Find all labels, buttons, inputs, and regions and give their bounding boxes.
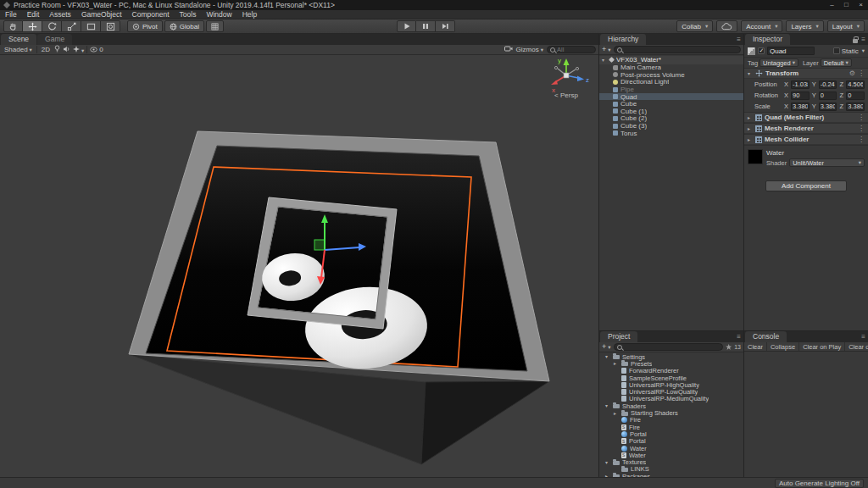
rect-tool-button[interactable] (81, 20, 101, 32)
menu-edit[interactable]: Edit (22, 10, 45, 19)
console-log-area[interactable] (744, 352, 868, 477)
tab-inspector[interactable]: Inspector (745, 34, 790, 45)
hand-tool-button[interactable] (3, 20, 23, 32)
layers-dropdown[interactable]: Layers (786, 20, 823, 32)
mesh-renderer-header[interactable]: ▸ Mesh Renderer ⋮ (744, 123, 868, 134)
component-menu-icon[interactable]: ⋮ (858, 69, 865, 77)
position-y-field[interactable] (819, 80, 837, 89)
pause-button[interactable] (416, 20, 436, 32)
menu-assets[interactable]: Assets (44, 10, 76, 19)
box-outer-wall-right[interactable] (421, 381, 549, 464)
tab-hierarchy[interactable]: Hierarchy (600, 34, 646, 45)
hierarchy-item-cube-2[interactable]: Cube (2) (599, 115, 743, 123)
transform-component-header[interactable]: ▾ Transform ⚙⋮ (744, 68, 868, 79)
scene-search-input[interactable] (557, 46, 593, 53)
effects-dropdown[interactable] (73, 46, 84, 54)
tag-dropdown[interactable]: Untagged (760, 58, 798, 67)
2d-toggle[interactable]: 2D (40, 46, 52, 53)
preset-icon[interactable]: ⚙ (849, 69, 855, 77)
lighting-toggle[interactable] (54, 45, 60, 54)
active-checkbox[interactable] (758, 47, 765, 54)
menu-component[interactable]: Component (127, 10, 175, 19)
panel-menu-icon[interactable]: ≡ (861, 36, 865, 43)
play-button[interactable] (397, 20, 416, 32)
create-asset-button[interactable]: + (602, 342, 611, 352)
scene-search[interactable] (547, 46, 596, 53)
panel-menu-icon[interactable]: ≡ (737, 36, 741, 43)
collab-button[interactable]: Collab (676, 20, 713, 32)
menu-gameobject[interactable]: GameObject (76, 10, 127, 19)
menu-help[interactable]: Help (237, 10, 262, 19)
create-object-button[interactable]: + (602, 45, 611, 54)
project-folder-textures[interactable]: ▾Textures (599, 458, 743, 465)
clear-button[interactable]: Clear (744, 342, 767, 352)
rotation-y-field[interactable] (819, 92, 837, 100)
tab-project[interactable]: Project (600, 331, 637, 342)
project-material-fire[interactable]: Fire (599, 417, 743, 424)
hierarchy-item-post-process-volume[interactable]: Post-process Volume (599, 71, 743, 79)
project-material-portal[interactable]: Portal (599, 430, 743, 437)
hierarchy-item-cube[interactable]: Cube (599, 100, 743, 108)
panel-menu-icon[interactable]: ≡ (737, 333, 741, 341)
project-asset-urp-medium[interactable]: UniversalRP-MediumQuality (599, 396, 743, 402)
project-material-water[interactable]: Water (599, 445, 743, 452)
menu-tools[interactable]: Tools (175, 10, 202, 19)
hierarchy-item-directional-light[interactable]: Directional Light (599, 79, 743, 86)
audio-toggle[interactable] (63, 46, 70, 54)
project-shader-fire[interactable]: Fire (599, 424, 743, 430)
hierarchy-item-pipe[interactable]: Pipe (599, 86, 743, 93)
maximize-button[interactable]: □ (839, 0, 854, 10)
tab-console[interactable]: Console (745, 331, 787, 342)
minimize-button[interactable]: – (825, 0, 839, 10)
component-menu-icon[interactable]: ⋮ (858, 136, 865, 143)
add-component-button[interactable]: Add Component (765, 180, 847, 191)
rotate-tool-button[interactable] (42, 20, 62, 32)
component-menu-icon[interactable]: ⋮ (858, 114, 865, 121)
pivot-toggle-button[interactable]: Pivot (127, 20, 163, 32)
menu-file[interactable]: File (0, 10, 22, 19)
grid-snap-button[interactable] (206, 20, 224, 32)
saved-search-star-icon[interactable] (726, 344, 732, 350)
project-shader-portal[interactable]: Portal (599, 438, 743, 445)
position-x-field[interactable] (791, 80, 810, 89)
object-name-field[interactable] (767, 47, 815, 55)
position-z-field[interactable] (846, 80, 865, 89)
material-preview[interactable] (748, 149, 763, 164)
shaded-dropdown[interactable]: Shaded (3, 46, 34, 53)
project-shader-water[interactable]: Water (599, 452, 743, 458)
rotation-x-field[interactable] (791, 92, 810, 100)
step-button[interactable] (436, 20, 455, 32)
hierarchy-scene-row[interactable]: ▾ VFX03_Water* (599, 56, 743, 64)
clear-on-build-button[interactable]: Clear on Build (845, 342, 868, 352)
hierarchy-item-quad[interactable]: Quad (599, 93, 743, 101)
scene-viewport[interactable]: y x z < Persp (0, 55, 598, 477)
account-dropdown[interactable]: Account (741, 20, 782, 32)
project-folder-settings[interactable]: ▾Settings (599, 353, 743, 360)
hierarchy-item-torus[interactable]: Torus (599, 130, 743, 137)
lock-icon[interactable] (853, 39, 858, 43)
scale-z-field[interactable] (846, 103, 865, 111)
camera-settings-button[interactable] (504, 46, 513, 53)
move-tool-button[interactable] (23, 20, 42, 32)
layout-dropdown[interactable]: Layout (827, 20, 865, 32)
tab-game[interactable]: Game (37, 34, 72, 45)
scale-tool-button[interactable] (62, 20, 81, 32)
project-folder-starting-shaders[interactable]: ▸Starting Shaders (599, 409, 743, 416)
hierarchy-item-cube-1[interactable]: Cube (1) (599, 108, 743, 115)
close-button[interactable]: × (854, 0, 868, 10)
clear-on-play-button[interactable]: Clear on Play (799, 342, 845, 352)
project-search-input[interactable] (624, 343, 721, 351)
hierarchy-item-main-camera[interactable]: Main Camera (599, 64, 743, 72)
transform-tool-button[interactable] (101, 20, 120, 32)
persp-label[interactable]: < Persp (554, 92, 578, 99)
cloud-button[interactable] (716, 20, 737, 32)
rotation-z-field[interactable] (846, 92, 865, 100)
hierarchy-search-input[interactable] (624, 46, 737, 53)
tab-scene[interactable]: Scene (1, 34, 36, 45)
static-checkbox[interactable] (833, 47, 840, 54)
scale-y-field[interactable] (819, 103, 837, 111)
mesh-filter-header[interactable]: ▸ Quad (Mesh Filter) ⋮ (744, 112, 868, 123)
auto-generate-lighting-button[interactable]: Auto Generate Lighting Off (775, 479, 864, 488)
axis-gizmo[interactable]: y x z < Persp (551, 57, 589, 99)
global-toggle-button[interactable]: Global (164, 20, 204, 32)
